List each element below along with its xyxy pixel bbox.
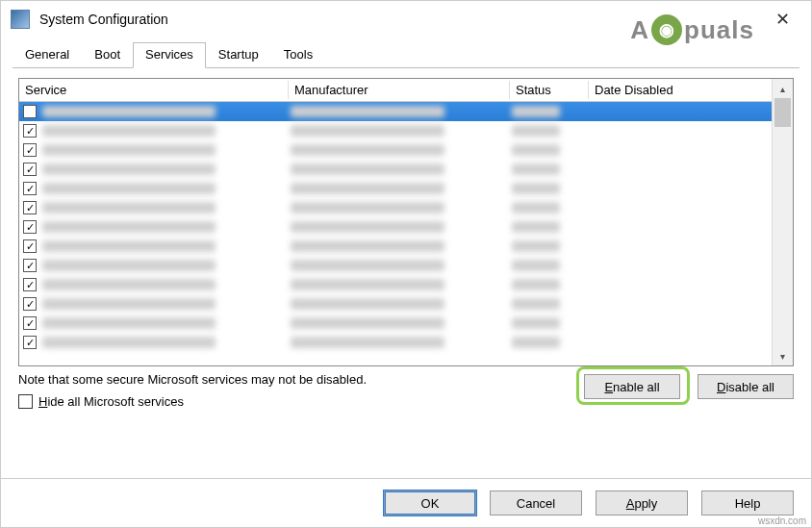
blurred-text: [512, 317, 560, 329]
blurred-text: [512, 337, 560, 348]
help-button[interactable]: Help: [701, 490, 794, 515]
status-cell: [512, 221, 589, 233]
service-name-cell: [42, 240, 291, 252]
column-header-manufacturer[interactable]: Manufacturer: [289, 81, 510, 99]
blurred-text: [512, 221, 560, 233]
enable-all-mnemonic: E: [604, 380, 613, 394]
below-list-area: Note that some secure Microsoft services…: [18, 372, 794, 409]
status-cell: [512, 125, 589, 137]
blurred-text: [291, 163, 444, 175]
table-row[interactable]: ✓: [19, 314, 772, 333]
table-row[interactable]: ✓: [19, 237, 772, 256]
table-row[interactable]: ✓: [19, 179, 772, 198]
service-checkbox[interactable]: ✓: [23, 278, 37, 291]
table-row[interactable]: ✓: [19, 217, 772, 237]
status-cell: [512, 106, 589, 117]
service-checkbox[interactable]: ✓: [23, 163, 37, 176]
status-cell: [512, 240, 589, 252]
service-checkbox[interactable]: ✓: [23, 220, 37, 234]
status-cell: [512, 260, 589, 271]
apply-mnemonic: A: [626, 496, 635, 511]
blurred-text: [42, 106, 216, 117]
blurred-text: [291, 279, 444, 290]
blurred-text: [512, 144, 560, 156]
blurred-text: [42, 337, 216, 348]
enable-all-button[interactable]: Enable all: [584, 374, 680, 399]
service-checkbox[interactable]: ✓: [23, 182, 37, 195]
status-cell: [512, 202, 589, 214]
blurred-text: [512, 298, 560, 310]
manufacturer-cell: [291, 125, 512, 137]
service-checkbox[interactable]: ✓: [23, 239, 37, 253]
service-name-cell: [42, 183, 291, 194]
scroll-track[interactable]: [773, 127, 793, 346]
table-row[interactable]: ✓: [19, 275, 772, 294]
tab-boot[interactable]: Boot: [82, 42, 133, 68]
system-configuration-window: System Configuration ✕ A ◉ puals General…: [0, 0, 812, 528]
blurred-text: [42, 144, 216, 156]
services-rows[interactable]: ✓✓✓✓✓✓✓✓✓✓✓✓: [19, 102, 772, 365]
hide-microsoft-mnemonic: H: [38, 394, 47, 409]
blurred-text: [512, 125, 560, 137]
blurred-text: [291, 125, 444, 137]
scroll-up-icon[interactable]: ▴: [773, 79, 793, 98]
table-row[interactable]: ✓: [19, 294, 772, 314]
blurred-text: [42, 163, 216, 175]
service-checkbox[interactable]: ✓: [23, 143, 37, 157]
column-header-status[interactable]: Status: [510, 81, 589, 99]
blurred-text: [291, 337, 444, 348]
disable-all-mnemonic: D: [717, 380, 725, 394]
status-cell: [512, 144, 589, 156]
table-row[interactable]: ✓: [19, 198, 772, 217]
service-checkbox[interactable]: ✓: [23, 259, 37, 272]
note-area: Note that some secure Microsoft services…: [18, 372, 574, 409]
manufacturer-cell: [291, 106, 512, 117]
apply-label: pply: [634, 496, 657, 511]
column-header-service[interactable]: Service: [19, 81, 289, 99]
tab-tools[interactable]: Tools: [271, 42, 325, 68]
service-checkbox[interactable]: [23, 105, 37, 118]
disable-all-button[interactable]: Disable all: [698, 374, 794, 399]
table-row[interactable]: ✓: [19, 160, 772, 179]
tab-content: Service Manufacturer Status Date Disable…: [1, 68, 811, 478]
app-icon: [11, 10, 30, 29]
service-name-cell: [42, 298, 291, 310]
service-checkbox[interactable]: ✓: [23, 124, 37, 138]
blurred-text: [42, 240, 216, 252]
hide-microsoft-label-text: ide all Microsoft services: [47, 394, 184, 409]
apply-button[interactable]: Apply: [596, 490, 688, 515]
tab-services[interactable]: Services: [133, 42, 206, 68]
close-icon[interactable]: ✕: [763, 9, 801, 30]
hide-microsoft-checkbox[interactable]: [18, 394, 33, 409]
hide-microsoft-label[interactable]: Hide all Microsoft services: [38, 394, 184, 409]
status-cell: [512, 337, 589, 348]
vertical-scrollbar[interactable]: ▴ ▾: [772, 79, 793, 365]
blurred-text: [42, 260, 216, 271]
blurred-text: [42, 125, 216, 137]
manufacturer-cell: [291, 221, 512, 233]
scroll-down-icon[interactable]: ▾: [773, 346, 793, 365]
tab-general[interactable]: General: [13, 42, 82, 68]
manufacturer-cell: [291, 163, 512, 175]
tab-startup[interactable]: Startup: [206, 42, 271, 68]
cancel-button[interactable]: Cancel: [490, 490, 582, 515]
status-cell: [512, 317, 589, 329]
table-row[interactable]: ✓: [19, 140, 772, 160]
hide-microsoft-row: Hide all Microsoft services: [18, 394, 574, 409]
blurred-text: [291, 221, 444, 233]
tab-strip: General Boot Services Startup Tools: [1, 41, 811, 67]
service-checkbox[interactable]: ✓: [23, 336, 37, 349]
table-row[interactable]: [19, 102, 772, 121]
column-header-date-disabled[interactable]: Date Disabled: [589, 81, 772, 99]
service-checkbox[interactable]: ✓: [23, 297, 37, 311]
enable-disable-row: Enable all Disable all: [584, 372, 794, 399]
ok-button[interactable]: OK: [384, 490, 476, 515]
service-checkbox[interactable]: ✓: [23, 201, 37, 214]
table-row[interactable]: ✓: [19, 333, 772, 352]
table-row[interactable]: ✓: [19, 256, 772, 275]
service-name-cell: [42, 337, 291, 348]
service-checkbox[interactable]: ✓: [23, 316, 37, 330]
table-row[interactable]: ✓: [19, 121, 772, 140]
scroll-thumb[interactable]: [774, 98, 791, 127]
blurred-text: [291, 183, 444, 194]
